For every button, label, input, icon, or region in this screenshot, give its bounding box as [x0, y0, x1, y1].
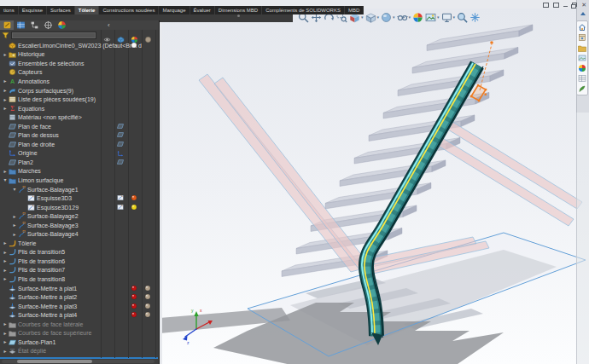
- sketch-badge[interactable]: [117, 194, 124, 201]
- forum-icon[interactable]: [578, 84, 586, 93]
- tree-item-corps-surfaciques-9[interactable]: ▸Corps surfaciques(9): [0, 86, 159, 95]
- file-explorer-icon[interactable]: [578, 43, 586, 52]
- plane-badge[interactable]: [117, 159, 124, 165]
- sketch-badge[interactable]: [117, 204, 124, 211]
- ball-gray-badge[interactable]: [144, 311, 151, 318]
- tree-item-surface-balayage4[interactable]: ▸Surface-Balayage4: [0, 229, 159, 239]
- appearances-scenes-icon[interactable]: [578, 63, 586, 72]
- ball-red-badge[interactable]: [131, 285, 137, 292]
- tree-item-plan-de-face[interactable]: Plan de face: [0, 122, 159, 131]
- graphics-viewport[interactable]: x y z: [162, 9, 589, 364]
- restore-icon[interactable]: [572, 3, 577, 7]
- expander-icon[interactable]: ▾: [2, 176, 9, 184]
- plane-badge[interactable]: [117, 141, 124, 147]
- hide-show-items-icon[interactable]: [396, 11, 409, 24]
- tree-item-surface-balayage3[interactable]: ▸Surface-Balayage3: [0, 221, 159, 230]
- expander-icon[interactable]: ▾: [11, 185, 18, 194]
- menu-tab-esquisse[interactable]: Esquisse: [19, 6, 47, 14]
- view-orientation-icon[interactable]: [364, 11, 377, 24]
- rollback-bar[interactable]: [0, 357, 158, 359]
- tree-item-surface-mettre-plat4[interactable]: Surface-Mettre à plat4: [0, 310, 159, 320]
- tree-item-plis-de-transition5[interactable]: ▸Plis de transition5: [0, 248, 159, 257]
- expander-icon[interactable]: ▸: [2, 77, 9, 85]
- ball-gray-badge[interactable]: [144, 293, 151, 300]
- close-icon[interactable]: ✕: [581, 1, 586, 9]
- menu-tab-compl-ments-de-solidworks[interactable]: Compléments de SOLIDWORKS: [262, 6, 345, 14]
- tree-item-surface-balayage1[interactable]: ▾Surface-Balayage1: [0, 185, 159, 194]
- expander-icon[interactable]: ▸: [2, 338, 9, 346]
- dropdown-caret-icon[interactable]: ▾: [453, 14, 456, 20]
- home-icon[interactable]: [578, 22, 586, 32]
- dropdown-caret-icon[interactable]: ▾: [377, 14, 380, 20]
- plane-badge[interactable]: [117, 131, 124, 138]
- tree-horizontal-scrollbar[interactable]: [2, 360, 155, 363]
- tree-item-limon-surfacique[interactable]: ▾Limon surfacique: [0, 176, 159, 185]
- menu-tab-tions[interactable]: tions: [0, 6, 19, 14]
- menu-tab-surfaces[interactable]: Surfaces: [47, 6, 75, 14]
- tree-item-ensembles-de-s-lections[interactable]: Ensembles de sélections: [0, 59, 159, 68]
- tree-item-esquisse3d3[interactable]: Esquisse3D3: [0, 194, 159, 203]
- expander-icon[interactable]: ▸: [2, 347, 9, 355]
- tree-item-origine[interactable]: Origine: [0, 149, 159, 159]
- expander-icon[interactable]: ▸: [2, 95, 9, 104]
- custom-properties-icon[interactable]: [578, 73, 586, 83]
- menu-tab-t-lerie[interactable]: Tôlerie: [75, 6, 100, 14]
- tree-item-surface-mettre-plat2[interactable]: Surface-Mettre à plat2: [0, 292, 159, 302]
- view-palette-icon[interactable]: [578, 53, 586, 62]
- tree-item-courbes-de-face-sup-rieure[interactable]: ▸Courbes de face supérieure: [0, 329, 159, 338]
- expander-icon[interactable]: ▸: [11, 212, 18, 221]
- ball-red-badge[interactable]: [131, 293, 137, 300]
- tree-item-tat-d-pli[interactable]: ▸État déplié: [0, 347, 159, 356]
- dropdown-caret-icon[interactable]: ▾: [361, 14, 364, 20]
- view-settings-icon[interactable]: [440, 11, 453, 24]
- 3d-views-icon[interactable]: [469, 11, 481, 24]
- tree-item-courbes-de-face-lat-rale[interactable]: ▸Courbes de face latérale: [0, 320, 159, 329]
- display-state-column-icon[interactable]: [117, 32, 125, 39]
- expander-icon[interactable]: ▸: [2, 266, 9, 274]
- expander-icon[interactable]: ▸: [2, 167, 9, 176]
- edit-appearance-icon[interactable]: [411, 11, 424, 24]
- panel-collapse-arrow[interactable]: ‹: [108, 20, 110, 30]
- magnifying-glass-icon[interactable]: [456, 11, 469, 24]
- expander-icon[interactable]: ▸: [2, 86, 9, 95]
- sketch-endpoint[interactable]: [490, 41, 493, 44]
- ball-gray-badge[interactable]: [144, 303, 151, 309]
- tree-item-plan2[interactable]: Plan2: [0, 158, 159, 167]
- expander-icon[interactable]: ▸: [2, 274, 9, 283]
- tree-item-annotations[interactable]: ▸AAnnotations: [0, 77, 159, 86]
- tree-item-surface-mettre-plat3[interactable]: Surface-Mettre à plat3: [0, 302, 159, 311]
- dimxpertmanager-tab-icon[interactable]: [41, 20, 55, 30]
- tree-item-plan-de-dessus[interactable]: Plan de dessus: [0, 130, 159, 140]
- tree-item-marches[interactable]: ▸Marches: [0, 167, 159, 176]
- appearance-column-icon[interactable]: [131, 32, 138, 39]
- tile-icon[interactable]: [553, 3, 559, 8]
- expander-icon[interactable]: ▸: [2, 320, 9, 328]
- apply-scene-icon[interactable]: [424, 11, 437, 24]
- tree-item-historique[interactable]: ▸Historique: [0, 50, 159, 60]
- material-column-icon[interactable]: [144, 32, 152, 39]
- dropdown-caret-icon[interactable]: ▾: [437, 14, 440, 20]
- origin-badge[interactable]: [117, 150, 124, 157]
- featuremanager-tab-icon[interactable]: [0, 20, 14, 30]
- expander-icon[interactable]: ▸: [2, 329, 9, 338]
- filter-input[interactable]: [11, 32, 96, 39]
- expander-icon[interactable]: ▸: [11, 230, 18, 239]
- ball-gray-badge[interactable]: [144, 285, 151, 292]
- tree-item-mat-riau-non-sp-cifi[interactable]: Matériau <non spécifié>: [0, 113, 159, 122]
- minimize-icon[interactable]: [563, 6, 568, 7]
- tree-item-plis-de-transition7[interactable]: ▸Plis de transition7: [0, 266, 159, 275]
- menu-tab-constructions-soud-es[interactable]: Constructions soudées: [99, 6, 159, 14]
- tree-item-esquisse3d129[interactable]: Esquisse3D129: [0, 203, 159, 212]
- scrollbar-thumb[interactable]: [17, 360, 92, 363]
- tree-item-plis-de-transition8[interactable]: ▸Plis de transition8: [0, 274, 159, 284]
- ball-red-badge[interactable]: [131, 311, 137, 318]
- expander-icon[interactable]: ▸: [2, 104, 9, 113]
- tree-item-liste-des-pi-ces-soud-es-19[interactable]: ▸Liste des pièces soudées(19): [0, 95, 159, 104]
- tree-item-surface-balayage2[interactable]: ▸Surface-Balayage2: [0, 211, 159, 221]
- menu-tab-marquage[interactable]: Marquage: [159, 6, 190, 14]
- task-pane-expand-icon[interactable]: [580, 12, 586, 15]
- plane-badge[interactable]: [117, 123, 124, 130]
- design-library-icon[interactable]: [578, 32, 586, 42]
- expander-icon[interactable]: ▸: [2, 239, 9, 247]
- configurationmanager-tab-icon[interactable]: [27, 20, 41, 30]
